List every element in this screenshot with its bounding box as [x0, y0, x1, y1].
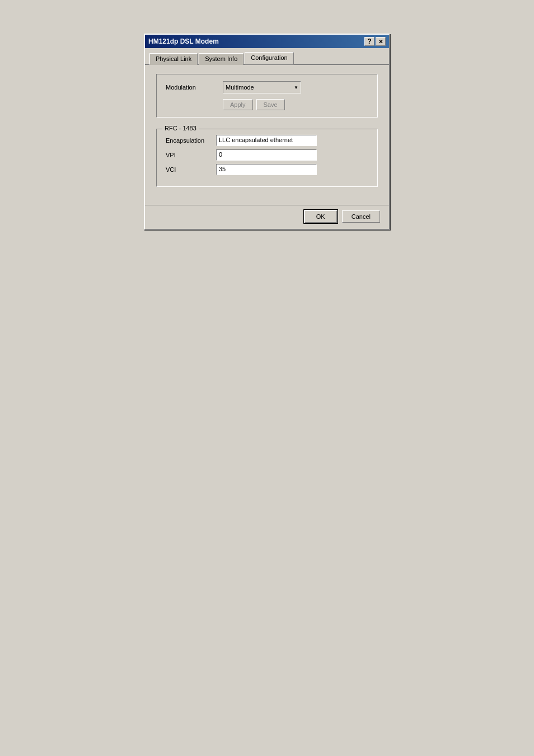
- apply-button[interactable]: Apply: [223, 99, 253, 110]
- modulation-buttons-row: Apply Save: [223, 99, 368, 110]
- tabs-bar: Physical Link System Info Configuration: [145, 48, 389, 65]
- rfc-legend: RFC - 1483: [162, 125, 199, 132]
- footer-area: OK Cancel: [145, 205, 389, 229]
- vpi-value[interactable]: 0: [216, 149, 317, 161]
- vci-value[interactable]: 35: [216, 164, 317, 175]
- close-button[interactable]: ✕: [376, 37, 386, 46]
- tab-configuration[interactable]: Configuration: [245, 52, 293, 64]
- content-area: Modulation Multimode ▼ Apply Save RFC - …: [145, 65, 389, 205]
- tab-physical-link[interactable]: Physical Link: [149, 53, 198, 65]
- vci-label: VCI: [166, 166, 216, 173]
- rfc-row-vpi: VPI 0: [166, 149, 368, 161]
- modulation-label: Modulation: [166, 84, 216, 91]
- encapsulation-label: Encapsulation: [166, 137, 216, 144]
- modulation-row: Modulation Multimode ▼: [166, 81, 368, 93]
- ok-button[interactable]: OK: [304, 210, 338, 223]
- rfc-row-encapsulation: Encapsulation LLC encapsulated ethernet: [166, 135, 368, 146]
- encapsulation-value: LLC encapsulated ethernet: [216, 135, 317, 146]
- tab-system-info[interactable]: System Info: [199, 53, 243, 65]
- vpi-label: VPI: [166, 152, 216, 158]
- dropdown-arrow-icon: ▼: [294, 85, 298, 90]
- cancel-button[interactable]: Cancel: [342, 210, 380, 223]
- modulation-dropdown[interactable]: Multimode ▼: [223, 81, 301, 93]
- rfc-row-vci: VCI 35: [166, 164, 368, 175]
- window-title: HM121dp DSL Modem: [148, 37, 219, 45]
- main-window: HM121dp DSL Modem ? ✕ Physical Link Syst…: [144, 34, 390, 230]
- help-button[interactable]: ?: [364, 37, 374, 46]
- modulation-section: Modulation Multimode ▼ Apply Save: [156, 74, 378, 118]
- titlebar-buttons: ? ✕: [364, 37, 386, 46]
- rfc-section: RFC - 1483 Encapsulation LLC encapsulate…: [156, 129, 378, 187]
- save-button[interactable]: Save: [256, 99, 285, 110]
- titlebar: HM121dp DSL Modem ? ✕: [145, 35, 389, 48]
